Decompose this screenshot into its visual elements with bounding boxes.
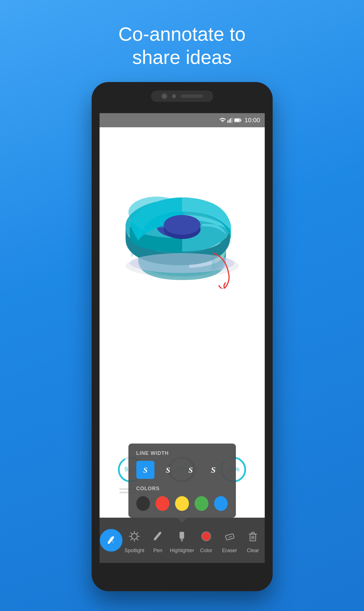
colors-row [136,496,228,511]
clear-icon-wrap [244,527,262,545]
line-width-title: LINE WIDTH [136,450,228,456]
svg-rect-2 [230,118,231,123]
battery-icon [234,118,242,122]
phone-top-area [151,91,213,102]
tool-pen-active[interactable] [100,529,122,552]
screen-content: 92% 91% [100,127,265,563]
svg-line-39 [131,539,132,540]
svg-point-16 [164,215,201,235]
svg-text:S: S [211,465,216,474]
color-black[interactable] [136,496,150,511]
svg-line-45 [229,536,232,537]
color-red[interactable] [156,496,169,511]
svg-rect-5 [240,119,241,121]
tool-pen[interactable]: Pen [147,527,169,554]
pen-tool-icon [152,530,164,543]
headline-line1: Co-annotate to [0,23,364,46]
tool-eraser[interactable]: Eraser [218,527,241,554]
highlighter-icon [176,530,188,543]
line-s-icon-3: S [186,465,195,475]
chart-area [100,127,265,331]
svg-line-38 [137,533,138,534]
svg-rect-1 [229,119,230,123]
color-label: Color [200,548,212,554]
headline-line2: share ideas [0,46,364,69]
color-yellow[interactable] [175,496,189,511]
speaker [180,94,203,98]
svg-line-36 [131,533,132,534]
line-width-popup: LINE WIDTH S S [128,444,236,518]
wifi-icon [219,118,226,123]
status-bar: 10:00 [100,113,265,127]
tool-highlighter[interactable]: Highlighter [170,527,194,554]
spotlight-label: Spotlight [124,548,144,554]
svg-line-37 [137,539,138,540]
highlighter-icon-wrap [173,527,191,545]
line-width-2[interactable]: S [159,461,177,479]
svg-rect-41 [181,539,183,541]
tool-clear[interactable]: Clear [242,527,264,554]
status-icons [219,118,242,123]
spotlight-icon [128,530,141,543]
eraser-icon [223,530,236,543]
bottom-toolbar: Spotlight Pen [100,518,265,563]
phone-frame: 10:00 [92,82,273,591]
donut-chart-svg [116,170,249,289]
svg-rect-3 [232,118,232,123]
clear-label: Clear [247,548,259,554]
eraser-icon-wrap [221,527,239,545]
line-s-icon-1: S [141,465,150,475]
color-tool-icon [200,530,212,543]
phone: 10:00 [92,82,273,591]
eraser-label: Eraser [222,548,237,554]
svg-text:S: S [143,466,148,474]
colors-title: COLORS [136,486,228,492]
camera [161,93,167,99]
svg-point-43 [202,532,211,541]
svg-text:S: S [188,466,193,474]
line-s-icon-2: S [164,465,172,475]
sensor [172,94,176,98]
color-green[interactable] [195,496,208,511]
color-icon-wrap [197,527,215,545]
line-width-4[interactable]: S [204,461,222,479]
line-width-3[interactable]: S [182,461,200,479]
clear-icon [247,530,259,543]
svg-rect-48 [251,532,254,534]
svg-point-31 [132,533,137,539]
svg-rect-6 [235,119,240,122]
spotlight-icon-wrap [125,527,143,545]
color-blue[interactable] [214,496,228,511]
svg-rect-0 [227,121,228,123]
svg-rect-40 [180,532,184,539]
line-s-icon-4: S [209,465,217,475]
pen-active-icon-wrap [100,529,122,552]
pen-icon-wrap [149,527,167,545]
line-width-1[interactable]: S [136,461,154,479]
pen-icon [106,535,116,545]
headline: Co-annotate to share ideas [0,23,364,69]
tool-color[interactable]: Color [195,527,217,554]
signal-icon [227,118,232,123]
phone-screen: 10:00 [100,113,265,563]
tool-spotlight[interactable]: Spotlight [123,527,146,554]
svg-text:S: S [166,466,170,474]
highlighter-label: Highlighter [170,548,194,554]
status-time: 10:00 [244,117,260,124]
line-widths-row: S S S [136,461,228,479]
pen-label: Pen [153,548,162,554]
